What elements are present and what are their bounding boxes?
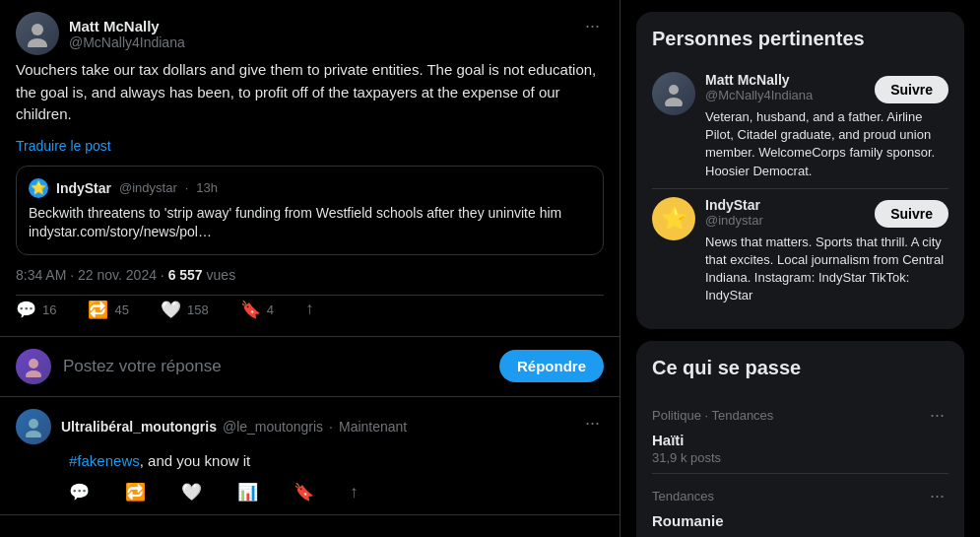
comment-hashtag[interactable]: #fakenews	[69, 452, 140, 469]
tweet-actions: 💬 16 🔁 45 🤍 158 🔖 4 ↑	[16, 295, 604, 324]
comment-reply-action[interactable]: 💬	[69, 482, 90, 503]
svg-point-0	[32, 24, 43, 35]
relevant-people-title: Personnes pertinentes	[652, 28, 948, 50]
reply-compose-box: Postez votre réponse Répondre	[0, 337, 620, 397]
reply-count: 16	[42, 302, 56, 317]
commenter-name[interactable]: Ultralibéral_moutongris	[61, 419, 217, 435]
quoted-time: 13h	[196, 180, 218, 195]
comment-share-icon: ↑	[350, 483, 359, 503]
retweet-icon: 🔁	[88, 300, 108, 320]
translate-link[interactable]: Traduire le post	[16, 138, 604, 154]
share-icon: ↑	[305, 300, 314, 319]
tweet-author-row: Matt McNally @McNally4Indiana	[16, 12, 185, 55]
svg-point-3	[26, 370, 41, 377]
sidebar: Personnes pertinentes Matt McNally @McNa…	[621, 0, 980, 537]
comment-bookmark-icon: 🔖	[294, 482, 314, 503]
bookmark-count: 4	[267, 302, 274, 317]
user-name[interactable]: Matt McNally	[69, 18, 185, 34]
svg-point-2	[29, 359, 38, 369]
trend-roumanie-name: Roumanie	[652, 512, 948, 529]
person-item-matt: Matt McNally @McNally4Indiana Suivre Vet…	[652, 64, 948, 188]
bookmark-icon: 🔖	[240, 300, 261, 320]
matt-handle[interactable]: @McNally4Indiana	[705, 88, 813, 102]
indystar-name[interactable]: IndyStar	[705, 197, 763, 213]
trends-widget: Ce qui se passe Politique · Tendances ··…	[636, 341, 964, 538]
like-count: 158	[187, 302, 209, 317]
comment-header: Ultralibéral_moutongris @le_moutongris ·…	[16, 409, 604, 444]
share-action[interactable]: ↑	[305, 300, 314, 319]
main-feed: Matt McNally @McNally4Indiana ··· Vouche…	[0, 0, 621, 537]
trend-haiti-more-button[interactable]: ···	[926, 401, 948, 430]
matt-follow-button[interactable]: Suivre	[875, 76, 948, 103]
indystar-avatar[interactable]: ⭐	[652, 197, 695, 240]
matt-avatar[interactable]	[652, 72, 695, 115]
reply-submit-button[interactable]: Répondre	[499, 350, 604, 382]
bookmark-action[interactable]: 🔖 4	[240, 300, 274, 320]
matt-info: Matt McNally @McNally4Indiana Suivre Vet…	[705, 72, 948, 180]
comment-reply-icon: 💬	[69, 482, 90, 503]
trend-haiti-header: Politique · Tendances ···	[652, 401, 948, 430]
comment-retweet-action[interactable]: 🔁	[125, 482, 146, 503]
indystar-star-icon: ⭐	[661, 206, 687, 232]
reply-input[interactable]: Postez votre réponse	[63, 357, 488, 376]
comment-more-options-button[interactable]: ···	[581, 409, 604, 437]
retweet-action[interactable]: 🔁 45	[88, 300, 128, 320]
indystar-handle[interactable]: @indystar	[705, 213, 763, 228]
indystar-name-row: IndyStar @indystar Suivre	[705, 197, 948, 232]
main-tweet-card: Matt McNally @McNally4Indiana ··· Vouche…	[0, 0, 620, 337]
comment-analytics-action[interactable]: 📊	[237, 482, 258, 503]
more-options-button[interactable]: ···	[581, 12, 604, 40]
quoted-tweet[interactable]: ⭐ IndyStar @indystar · 13h Beckwith thre…	[16, 166, 604, 255]
quoted-avatar: ⭐	[29, 178, 48, 198]
like-action[interactable]: 🤍 158	[161, 300, 209, 320]
tweet-body: Vouchers take our tax dollars and give t…	[16, 59, 604, 126]
matt-name-row: Matt McNally @McNally4Indiana Suivre	[705, 72, 948, 106]
trend-roumanie-header: Tendances ···	[652, 482, 948, 510]
comment-meta: Ultralibéral_moutongris @le_moutongris ·…	[61, 419, 407, 435]
indystar-name-handle: IndyStar @indystar	[705, 197, 763, 232]
trend-roumanie-category: Tendances	[652, 489, 714, 503]
comment-text: , and you know it	[140, 452, 251, 469]
comment-heart-icon: 🤍	[181, 482, 202, 503]
indystar-bio: News that matters. Sports that thrill. A…	[705, 234, 948, 305]
svg-point-5	[26, 431, 41, 437]
comment-body: #fakenews, and you know it	[69, 450, 604, 473]
indystar-follow-button[interactable]: Suivre	[875, 200, 948, 228]
comment-author-row: Ultralibéral_moutongris @le_moutongris ·…	[16, 409, 407, 444]
svg-point-1	[28, 38, 47, 47]
indystar-icon: ⭐	[31, 180, 46, 195]
person-item-indystar: ⭐ IndyStar @indystar Suivre News that ma…	[652, 188, 948, 313]
comment-time: Maintenant	[339, 419, 407, 435]
comment-analytics-icon: 📊	[237, 482, 258, 503]
user-handle[interactable]: @McNally4Indiana	[69, 34, 185, 50]
trend-haiti-category: Politique · Tendances	[652, 408, 773, 423]
comment-like-action[interactable]: 🤍	[181, 482, 202, 503]
tweet-header: Matt McNally @McNally4Indiana ···	[16, 12, 604, 55]
reply-action[interactable]: 💬 16	[16, 300, 56, 320]
svg-point-7	[665, 98, 683, 106]
comment-bookmark-action[interactable]: 🔖	[294, 482, 314, 503]
reply-icon: 💬	[16, 300, 36, 320]
commenter-handle[interactable]: @le_moutongris	[223, 419, 323, 435]
user-info: Matt McNally @McNally4Indiana	[69, 18, 185, 50]
comment-share-action[interactable]: ↑	[350, 483, 359, 503]
trend-item-haiti[interactable]: Politique · Tendances ··· Haïti 31,9 k p…	[652, 393, 948, 473]
quoted-body: Beckwith threatens to 'strip away' fundi…	[29, 204, 591, 242]
avatar[interactable]	[16, 12, 59, 55]
matt-bio: Veteran, husband, and a father. Airline …	[705, 108, 948, 180]
tweet-time: 8:34 AM · 22 nov. 2024	[16, 267, 157, 283]
tweet-views-count: 6 557	[168, 267, 203, 283]
quoted-source-name: IndyStar	[56, 180, 111, 196]
svg-point-4	[29, 419, 38, 429]
tweet-views-label: vues	[207, 267, 236, 283]
current-user-avatar	[16, 349, 51, 384]
quoted-tweet-header: ⭐ IndyStar @indystar · 13h	[29, 178, 591, 198]
heart-icon: 🤍	[161, 300, 181, 320]
comment-retweet-icon: 🔁	[125, 482, 146, 503]
trend-roumanie-more-button[interactable]: ···	[926, 482, 948, 510]
matt-name[interactable]: Matt McNally	[705, 72, 813, 88]
commenter-avatar[interactable]	[16, 409, 51, 444]
trend-item-roumanie[interactable]: Tendances ··· Roumanie	[652, 473, 948, 538]
trend-haiti-count: 31,9 k posts	[652, 450, 948, 465]
quoted-dot: ·	[185, 180, 189, 195]
